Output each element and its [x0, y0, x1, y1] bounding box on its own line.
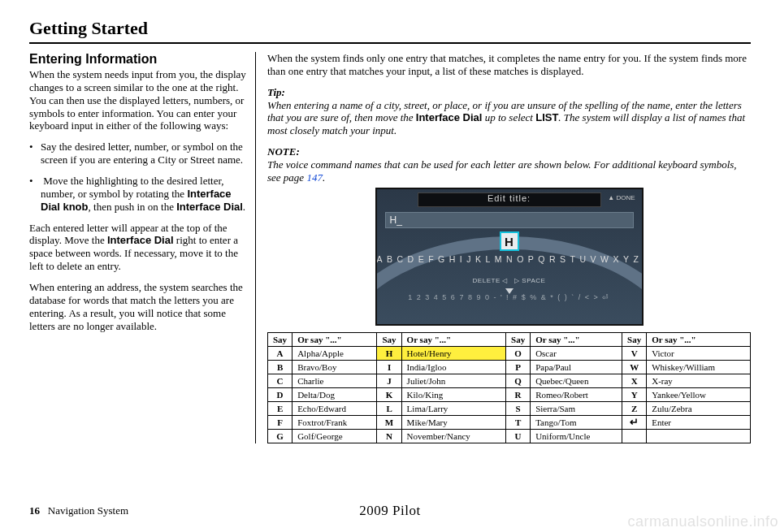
- phonetic-table: SayOr say "..." SayOr say "..." SayOr sa…: [267, 332, 751, 443]
- orsay-cell: Mike/Mary: [401, 415, 505, 429]
- left-p3: When entering an address, the system sea…: [29, 281, 247, 332]
- say-cell: A: [268, 346, 292, 360]
- say-cell: G: [268, 429, 292, 443]
- orsay-cell: Enter: [647, 415, 751, 429]
- columns: Entering Information When the system nee…: [29, 52, 751, 443]
- say-cell: Q: [506, 374, 531, 387]
- input-field: [385, 212, 634, 228]
- say-cell: F: [268, 415, 292, 429]
- orsay-cell: Delta/Dog: [292, 387, 377, 401]
- table-row: BBravo/BoyIIndia/IglooPPapa/PaulWWhiskey…: [268, 360, 751, 374]
- say-cell: ↵: [622, 415, 647, 429]
- left-p1: When the system needs input from you, th…: [29, 68, 247, 132]
- orsay-cell: Papa/Paul: [531, 360, 622, 374]
- num-symbol-row: 1 2 3 4 5 6 7 8 9 0 - ' ! # $ % & * ( ) …: [377, 293, 642, 301]
- done-label: ▲ DONE: [608, 194, 635, 201]
- say-cell: T: [506, 415, 531, 429]
- orsay-cell: India/Igloo: [401, 360, 505, 374]
- say-cell: O: [506, 346, 531, 360]
- footer-section: Navigation System: [48, 504, 128, 517]
- say-cell: B: [268, 360, 292, 374]
- table-row: EEcho/EdwardLLima/LarrySSierra/SamZZulu/…: [268, 401, 751, 415]
- title-rule: [29, 42, 751, 44]
- orsay-cell: Charlie: [292, 374, 377, 387]
- orsay-cell: Echo/Edward: [292, 401, 377, 415]
- right-column: When the system finds only one entry tha…: [255, 52, 751, 443]
- chapter-title: Getting Started: [29, 18, 751, 39]
- say-cell: D: [268, 387, 292, 401]
- orsay-cell: Alpha/Apple: [292, 346, 377, 360]
- orsay-cell: Juliet/John: [401, 374, 505, 387]
- selected-letter: H: [500, 231, 519, 251]
- say-cell: S: [506, 401, 531, 415]
- say-cell: Z: [622, 401, 647, 415]
- input-field-text: H_: [390, 212, 402, 228]
- say-cell: Y: [622, 387, 647, 401]
- say-cell: R: [506, 387, 531, 401]
- say-cell: C: [268, 374, 292, 387]
- right-tri-icon: ▷: [514, 277, 520, 284]
- bullet-list: Say the desired letter, number, or symbo…: [29, 141, 247, 213]
- orsay-cell: Foxtrot/Frank: [292, 415, 377, 429]
- say-cell: I: [377, 360, 401, 374]
- footer-left: 16 Navigation System: [29, 504, 128, 517]
- bullet-2: Move the highlighting to the desired let…: [29, 175, 247, 214]
- table-row: CCharlieJJuliet/JohnQQuebec/QueenXX-ray: [268, 374, 751, 387]
- orsay-cell: Hotel/Henry: [401, 346, 505, 360]
- orsay-cell: Quebec/Queen: [531, 374, 622, 387]
- table-row: FFoxtrot/FrankMMike/MaryTTango/Tom↵Enter: [268, 415, 751, 429]
- tip-body: When entering a name of a city, street, …: [267, 99, 745, 137]
- screen-illustration-wrap: Edit title: ▲ DONE H_ H ABCDEFGHIJKLMNOP…: [267, 188, 751, 326]
- left-p2: Each entered letter will appear at the t…: [29, 222, 247, 273]
- orsay-cell: Romeo/Robert: [531, 387, 622, 401]
- page-link[interactable]: 147: [306, 171, 323, 184]
- note-body: The voice command names that can be used…: [267, 158, 737, 184]
- footer: 16 Navigation System 2009 Pilot: [29, 504, 751, 517]
- orsay-cell: Yankee/Yellow: [647, 387, 751, 401]
- right-p1: When the system finds only one entry tha…: [267, 52, 751, 78]
- tip-head: Tip:: [267, 86, 285, 98]
- delete-space-row: DELETE ◁ ▷ SPACE: [377, 277, 642, 284]
- say-cell: E: [268, 401, 292, 415]
- orsay-cell: Tango/Tom: [531, 415, 622, 429]
- orsay-cell: X-ray: [647, 374, 751, 387]
- orsay-cell: Lima/Larry: [401, 401, 505, 415]
- enter-icon: ↵: [630, 416, 639, 428]
- orsay-cell: Oscar: [531, 346, 622, 360]
- say-cell: L: [377, 401, 401, 415]
- table-row: AAlpha/AppleHHotel/HenryOOscarVVictor: [268, 346, 751, 360]
- say-cell: M: [377, 415, 401, 429]
- tip: Tip: When entering a name of a city, str…: [267, 86, 751, 137]
- say-cell: X: [622, 374, 647, 387]
- say-cell: P: [506, 360, 531, 374]
- table-row: GGolf/GeorgeNNovember/NancyUUniform/Uncl…: [268, 429, 751, 443]
- say-cell: N: [377, 429, 401, 443]
- orsay-cell: Golf/George: [292, 429, 377, 443]
- left-tri-icon: ◁: [502, 277, 508, 284]
- say-cell: H: [377, 346, 401, 360]
- say-cell: U: [506, 429, 531, 443]
- orsay-cell: Whiskey/William: [647, 360, 751, 374]
- orsay-cell: Zulu/Zebra: [647, 401, 751, 415]
- arc-letters: ABCDEFGHIJKLMNOPQRSTUVWXYZ: [377, 254, 642, 264]
- say-cell: J: [377, 374, 401, 387]
- say-cell: K: [377, 387, 401, 401]
- note: NOTE: The voice command names that can b…: [267, 145, 751, 184]
- section-heading: Entering Information: [29, 52, 247, 67]
- orsay-cell: [647, 429, 751, 443]
- model-year: 2009 Pilot: [359, 503, 420, 519]
- orsay-cell: Uniform/Uncle: [531, 429, 622, 443]
- page-number: 16: [29, 504, 40, 517]
- table-header-row: SayOr say "..." SayOr say "..." SayOr sa…: [268, 332, 751, 346]
- nav-screen: Edit title: ▲ DONE H_ H ABCDEFGHIJKLMNOP…: [375, 188, 644, 326]
- say-cell: [622, 429, 647, 443]
- bullet-1: Say the desired letter, number, or symbo…: [29, 141, 247, 167]
- say-cell: W: [622, 360, 647, 374]
- orsay-cell: Victor: [647, 346, 751, 360]
- table-row: DDelta/DogKKilo/KingRRomeo/RobertYYankee…: [268, 387, 751, 401]
- say-cell: V: [622, 346, 647, 360]
- orsay-cell: Bravo/Boy: [292, 360, 377, 374]
- left-column: Entering Information When the system nee…: [29, 52, 255, 443]
- orsay-cell: November/Nancy: [401, 429, 505, 443]
- orsay-cell: Kilo/King: [401, 387, 505, 401]
